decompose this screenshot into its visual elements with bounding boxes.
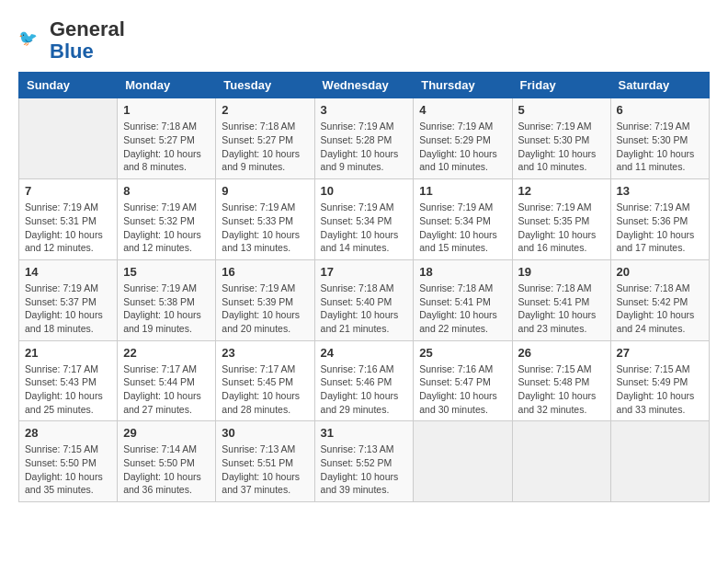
day-info: Sunrise: 7:15 AM Sunset: 5:48 PM Dayligh… (518, 362, 605, 417)
calendar-cell: 5Sunrise: 7:19 AM Sunset: 5:30 PM Daylig… (512, 98, 610, 179)
calendar-cell: 30Sunrise: 7:13 AM Sunset: 5:51 PM Dayli… (216, 421, 314, 502)
day-number: 21 (25, 346, 111, 360)
calendar-cell: 6Sunrise: 7:19 AM Sunset: 5:30 PM Daylig… (610, 98, 709, 179)
calendar-cell: 15Sunrise: 7:19 AM Sunset: 5:38 PM Dayli… (118, 259, 216, 340)
calendar-cell: 13Sunrise: 7:19 AM Sunset: 5:36 PM Dayli… (610, 179, 709, 260)
day-number: 27 (617, 346, 703, 360)
day-info: Sunrise: 7:13 AM Sunset: 5:51 PM Dayligh… (222, 442, 308, 497)
day-number: 18 (419, 265, 506, 279)
calendar-cell: 19Sunrise: 7:18 AM Sunset: 5:41 PM Dayli… (512, 259, 610, 340)
day-info: Sunrise: 7:17 AM Sunset: 5:43 PM Dayligh… (25, 362, 111, 417)
day-info: Sunrise: 7:17 AM Sunset: 5:44 PM Dayligh… (123, 362, 210, 417)
day-number: 4 (419, 103, 506, 117)
day-number: 15 (123, 265, 210, 279)
day-info: Sunrise: 7:19 AM Sunset: 5:39 PM Dayligh… (222, 282, 308, 336)
day-number: 28 (25, 426, 111, 440)
day-number: 2 (222, 103, 308, 117)
weekday-header-wednesday: Wednesday (314, 73, 414, 98)
calendar-cell: 27Sunrise: 7:15 AM Sunset: 5:49 PM Dayli… (610, 340, 709, 421)
calendar-cell: 23Sunrise: 7:17 AM Sunset: 5:45 PM Dayli… (216, 340, 314, 421)
day-number: 9 (222, 184, 308, 198)
day-info: Sunrise: 7:17 AM Sunset: 5:45 PM Dayligh… (222, 362, 308, 417)
weekday-header-row: SundayMondayTuesdayWednesdayThursdayFrid… (19, 73, 710, 98)
day-info: Sunrise: 7:13 AM Sunset: 5:52 PM Dayligh… (321, 442, 408, 497)
day-info: Sunrise: 7:19 AM Sunset: 5:29 PM Dayligh… (419, 120, 506, 174)
weekday-header-tuesday: Tuesday (216, 73, 314, 98)
week-row-3: 14Sunrise: 7:19 AM Sunset: 5:37 PM Dayli… (19, 259, 710, 340)
calendar-cell: 11Sunrise: 7:19 AM Sunset: 5:34 PM Dayli… (414, 179, 512, 260)
calendar-cell: 1Sunrise: 7:18 AM Sunset: 5:27 PM Daylig… (118, 98, 216, 179)
day-info: Sunrise: 7:18 AM Sunset: 5:42 PM Dayligh… (617, 282, 703, 336)
weekday-header-sunday: Sunday (19, 73, 118, 98)
day-info: Sunrise: 7:18 AM Sunset: 5:41 PM Dayligh… (518, 282, 605, 336)
day-info: Sunrise: 7:19 AM Sunset: 5:35 PM Dayligh… (518, 201, 605, 255)
day-info: Sunrise: 7:19 AM Sunset: 5:30 PM Dayligh… (518, 120, 605, 174)
day-number: 26 (518, 346, 605, 360)
day-info: Sunrise: 7:19 AM Sunset: 5:34 PM Dayligh… (321, 201, 408, 255)
day-number: 20 (617, 265, 703, 279)
calendar-cell: 17Sunrise: 7:18 AM Sunset: 5:40 PM Dayli… (314, 259, 414, 340)
day-number: 5 (518, 103, 605, 117)
calendar-cell: 22Sunrise: 7:17 AM Sunset: 5:44 PM Dayli… (118, 340, 216, 421)
calendar-cell: 3Sunrise: 7:19 AM Sunset: 5:28 PM Daylig… (314, 98, 414, 179)
day-number: 19 (518, 265, 605, 279)
day-number: 13 (617, 184, 703, 198)
day-number: 8 (123, 184, 210, 198)
week-row-1: 1Sunrise: 7:18 AM Sunset: 5:27 PM Daylig… (19, 98, 710, 179)
day-number: 11 (419, 184, 506, 198)
day-info: Sunrise: 7:19 AM Sunset: 5:30 PM Dayligh… (617, 120, 703, 174)
day-info: Sunrise: 7:19 AM Sunset: 5:33 PM Dayligh… (222, 201, 308, 255)
day-info: Sunrise: 7:19 AM Sunset: 5:38 PM Dayligh… (123, 282, 210, 336)
day-number: 3 (321, 103, 408, 117)
day-number: 23 (222, 346, 308, 360)
day-info: Sunrise: 7:15 AM Sunset: 5:50 PM Dayligh… (25, 442, 111, 497)
calendar-cell: 7Sunrise: 7:19 AM Sunset: 5:31 PM Daylig… (19, 179, 118, 260)
calendar-cell: 12Sunrise: 7:19 AM Sunset: 5:35 PM Dayli… (512, 179, 610, 260)
day-number: 29 (123, 426, 210, 440)
calendar-cell (414, 421, 512, 502)
day-info: Sunrise: 7:19 AM Sunset: 5:36 PM Dayligh… (617, 201, 703, 255)
day-number: 12 (518, 184, 605, 198)
day-number: 30 (222, 426, 308, 440)
calendar-cell: 14Sunrise: 7:19 AM Sunset: 5:37 PM Dayli… (19, 259, 118, 340)
day-info: Sunrise: 7:18 AM Sunset: 5:27 PM Dayligh… (222, 120, 308, 174)
logo: 🐦 GeneralBlue (18, 18, 125, 63)
day-number: 14 (25, 265, 111, 279)
logo-bird-icon: 🐦 (18, 27, 46, 54)
calendar-cell: 20Sunrise: 7:18 AM Sunset: 5:42 PM Dayli… (610, 259, 709, 340)
day-info: Sunrise: 7:18 AM Sunset: 5:27 PM Dayligh… (123, 120, 210, 174)
calendar-cell: 31Sunrise: 7:13 AM Sunset: 5:52 PM Dayli… (314, 421, 414, 502)
calendar-cell: 4Sunrise: 7:19 AM Sunset: 5:29 PM Daylig… (414, 98, 512, 179)
calendar-cell: 26Sunrise: 7:15 AM Sunset: 5:48 PM Dayli… (512, 340, 610, 421)
weekday-header-thursday: Thursday (414, 73, 512, 98)
day-number: 31 (321, 426, 408, 440)
day-number: 16 (222, 265, 308, 279)
day-number: 10 (321, 184, 408, 198)
calendar-cell: 9Sunrise: 7:19 AM Sunset: 5:33 PM Daylig… (216, 179, 314, 260)
calendar-cell: 29Sunrise: 7:14 AM Sunset: 5:50 PM Dayli… (118, 421, 216, 502)
calendar-cell: 10Sunrise: 7:19 AM Sunset: 5:34 PM Dayli… (314, 179, 414, 260)
page-header: 🐦 GeneralBlue (18, 18, 710, 63)
day-info: Sunrise: 7:16 AM Sunset: 5:46 PM Dayligh… (321, 362, 408, 417)
week-row-4: 21Sunrise: 7:17 AM Sunset: 5:43 PM Dayli… (19, 340, 710, 421)
weekday-header-saturday: Saturday (610, 73, 709, 98)
logo-text: GeneralBlue (50, 18, 125, 63)
day-number: 25 (419, 346, 506, 360)
day-info: Sunrise: 7:16 AM Sunset: 5:47 PM Dayligh… (419, 362, 506, 417)
calendar-cell: 28Sunrise: 7:15 AM Sunset: 5:50 PM Dayli… (19, 421, 118, 502)
day-number: 6 (617, 103, 703, 117)
calendar-cell (512, 421, 610, 502)
svg-text:🐦: 🐦 (18, 29, 38, 48)
day-info: Sunrise: 7:19 AM Sunset: 5:37 PM Dayligh… (25, 282, 111, 336)
weekday-header-monday: Monday (118, 73, 216, 98)
calendar-table: SundayMondayTuesdayWednesdayThursdayFrid… (18, 72, 710, 502)
day-info: Sunrise: 7:19 AM Sunset: 5:31 PM Dayligh… (25, 201, 111, 255)
day-info: Sunrise: 7:18 AM Sunset: 5:40 PM Dayligh… (321, 282, 408, 336)
calendar-cell (610, 421, 709, 502)
weekday-header-friday: Friday (512, 73, 610, 98)
day-info: Sunrise: 7:14 AM Sunset: 5:50 PM Dayligh… (123, 442, 210, 497)
day-number: 22 (123, 346, 210, 360)
week-row-2: 7Sunrise: 7:19 AM Sunset: 5:31 PM Daylig… (19, 179, 710, 260)
day-number: 7 (25, 184, 111, 198)
calendar-cell: 2Sunrise: 7:18 AM Sunset: 5:27 PM Daylig… (216, 98, 314, 179)
